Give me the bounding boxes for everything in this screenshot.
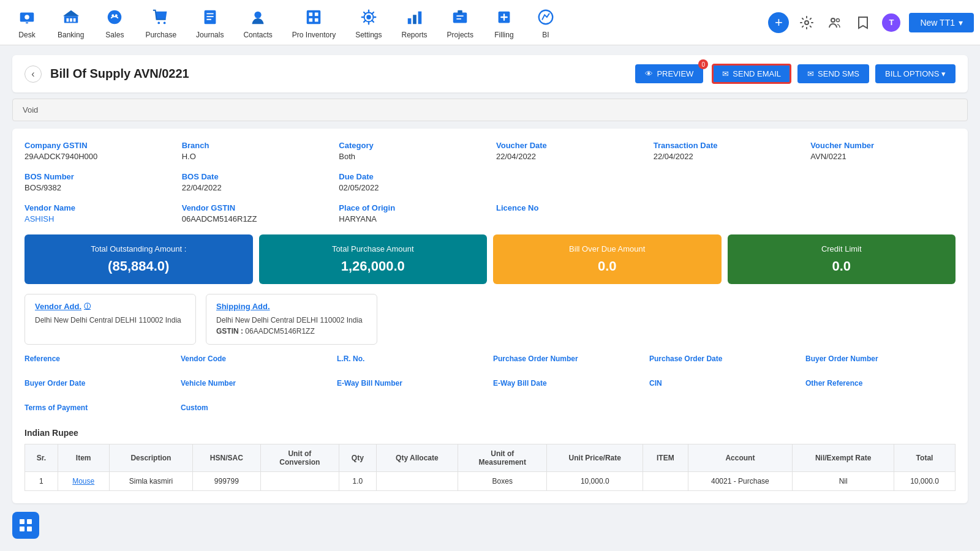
ref-e-way-bill-number: E-Way Bill Number (337, 379, 487, 399)
svg-rect-14 (309, 12, 313, 16)
field-bos-number: BOS Number BOS/9382 (24, 172, 170, 192)
shipping-add-link[interactable]: Shipping Add. (216, 302, 367, 311)
svg-point-12 (254, 11, 261, 18)
svg-point-28 (831, 18, 835, 22)
add-button[interactable]: + (768, 12, 789, 33)
svg-point-18 (366, 15, 371, 20)
journals-icon (199, 6, 221, 28)
sales-icon (104, 6, 126, 28)
nav-right: + T New TT1 ▾ (768, 12, 974, 33)
nav-label-reports: Reports (402, 31, 428, 39)
field-empty-3 (810, 172, 956, 192)
nav-label-bi: BI (542, 31, 549, 39)
field-bos-date: BOS Date 22/04/2022 (182, 172, 327, 192)
col-item: Item (58, 444, 109, 472)
col-qty-allocate: Qty Allocate (376, 444, 458, 472)
sms-icon: ✉ (807, 69, 814, 78)
field-empty-1 (496, 172, 641, 192)
form-row-1: Company GSTIN 29AADCK7940H000 Branch H.O… (24, 141, 956, 161)
items-table-container: Sr. Item Description HSN/SAC Unit ofConv… (24, 444, 956, 491)
field-category: Category Both (339, 141, 484, 161)
nav-item-filling[interactable]: Filling (483, 1, 525, 44)
nav-items: Desk Banking Sales Purchase (6, 1, 768, 44)
col-item-col: ITEM (643, 444, 688, 472)
address-row: Vendor Add. ⓘ Delhi New Delhi Central DE… (24, 294, 956, 345)
ref-other-reference: Other Reference (805, 379, 956, 399)
bell-icon-wrap: 👁 PREVIEW 0 (635, 64, 703, 83)
nav-item-journals[interactable]: Journals (186, 1, 233, 44)
field-empty-4 (654, 203, 799, 223)
svg-point-7 (112, 14, 115, 17)
svg-point-26 (539, 10, 553, 24)
back-button[interactable]: ‹ (24, 66, 42, 83)
nav-item-pro-inventory[interactable]: Pro Inventory (282, 1, 345, 44)
svg-rect-5 (73, 18, 75, 21)
nav-label-pro-inventory: Pro Inventory (292, 31, 336, 39)
avatar-nav[interactable]: T (881, 12, 902, 33)
svg-rect-31 (27, 519, 32, 524)
bill-options-button[interactable]: BILL OPTIONS ▾ (875, 64, 956, 83)
top-nav: Desk Banking Sales Purchase (0, 0, 980, 45)
svg-rect-23 (453, 12, 467, 23)
bell-badge: 0 (698, 59, 708, 69)
new-tt1-button[interactable]: New TT1 ▾ (909, 13, 974, 32)
nav-label-purchase: Purchase (145, 31, 176, 39)
svg-rect-16 (309, 18, 313, 21)
nav-label-banking: Banking (58, 31, 84, 39)
send-email-button[interactable]: ✉ SEND EMAIL (712, 64, 791, 84)
svg-rect-30 (20, 519, 24, 524)
field-transaction-date: Transaction Date 22/04/2022 (654, 141, 799, 161)
svg-rect-4 (70, 18, 72, 21)
email-icon: ✉ (722, 69, 729, 78)
field-voucher-date: Voucher Date 22/04/2022 (496, 141, 641, 161)
vendor-add-link[interactable]: Vendor Add. ⓘ (35, 302, 186, 311)
nav-item-desk[interactable]: Desk (6, 1, 48, 44)
users-nav-icon[interactable] (824, 12, 845, 33)
field-vendor-gstin: Vendor GSTIN 06AADCM5146R1ZZ (182, 203, 327, 223)
field-voucher-number: Voucher Number AVN/0221 (810, 141, 956, 161)
send-sms-button[interactable]: ✉ SEND SMS (797, 64, 869, 83)
nav-item-banking[interactable]: Banking (48, 1, 94, 44)
field-branch: Branch H.O (182, 141, 327, 161)
contacts-icon (247, 6, 269, 28)
void-banner: Void (12, 99, 968, 121)
cell-item-col (643, 472, 688, 491)
field-empty-5 (810, 203, 956, 223)
field-licence-no: Licence No (496, 203, 641, 223)
nav-item-purchase[interactable]: Purchase (135, 1, 186, 44)
ref-e-way-bill-date: E-Way Bill Date (493, 379, 643, 399)
svg-rect-20 (407, 18, 411, 23)
ref-lr-no: L.R. No. (337, 354, 487, 374)
filling-icon (493, 6, 515, 28)
ref-row-2: Buyer Order Date Vehicle Number E-Way Bi… (24, 379, 956, 399)
cell-item[interactable]: Mouse (58, 472, 109, 491)
nav-item-bi[interactable]: BI (525, 1, 567, 44)
nav-item-settings[interactable]: Settings (345, 1, 391, 44)
bookmark-nav-icon[interactable] (853, 12, 873, 33)
svg-rect-3 (66, 18, 69, 21)
svg-rect-33 (27, 527, 32, 531)
svg-point-8 (115, 14, 118, 17)
preview-icon: 👁 (645, 69, 653, 78)
table-header-row: Sr. Item Description HSN/SAC Unit ofConv… (25, 444, 956, 472)
preview-button[interactable]: 👁 PREVIEW (635, 64, 703, 83)
cell-unit-measurement: Boxes (458, 472, 547, 491)
col-hsn-sac: HSN/SAC (193, 444, 261, 472)
corner-grid-icon[interactable] (12, 512, 39, 539)
items-table: Sr. Item Description HSN/SAC Unit ofConv… (24, 444, 956, 491)
col-total: Total (894, 444, 956, 472)
reports-icon (404, 6, 426, 28)
nav-item-projects[interactable]: Projects (437, 1, 483, 44)
nav-item-reports[interactable]: Reports (392, 1, 437, 44)
ref-cin: CIN (649, 379, 799, 399)
gear-nav-icon[interactable] (796, 12, 817, 33)
total-outstanding-box: Total Outstanding Amount : (85,884.0) (24, 234, 253, 284)
svg-rect-15 (315, 12, 318, 16)
doc-title: Bill Of Supply AVN/0221 (50, 67, 189, 81)
nav-item-sales[interactable]: Sales (94, 1, 135, 44)
nav-item-contacts[interactable]: Contacts (233, 1, 282, 44)
col-unit-price: Unit Price/Rate (547, 444, 643, 472)
svg-point-9 (157, 21, 160, 24)
ref-custom: Custom (181, 403, 331, 423)
svg-rect-24 (458, 10, 462, 13)
